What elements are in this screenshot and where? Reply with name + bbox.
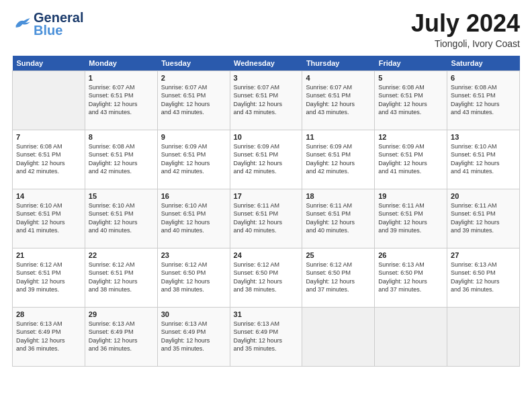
day-cell: 26Sunrise: 6:13 AM Sunset: 6:50 PM Dayli… [375,248,447,307]
day-info: Sunrise: 6:10 AM Sunset: 6:51 PM Dayligh… [16,201,81,235]
day-info: Sunrise: 6:08 AM Sunset: 6:51 PM Dayligh… [16,142,81,176]
day-info: Sunrise: 6:09 AM Sunset: 6:51 PM Dayligh… [234,142,299,176]
day-info: Sunrise: 6:12 AM Sunset: 6:50 PM Dayligh… [161,261,226,294]
day-info: Sunrise: 6:13 AM Sunset: 6:50 PM Dayligh… [451,261,516,294]
day-info: Sunrise: 6:13 AM Sunset: 6:49 PM Dayligh… [89,320,154,353]
day-number: 11 [306,133,371,141]
week-row-3: 14Sunrise: 6:10 AM Sunset: 6:51 PM Dayli… [13,189,520,248]
day-cell: 27Sunrise: 6:13 AM Sunset: 6:50 PM Dayli… [447,248,520,307]
day-info: Sunrise: 6:07 AM Sunset: 6:51 PM Dayligh… [306,83,371,117]
weekday-header-row: SundayMondayTuesdayWednesdayThursdayFrid… [13,56,520,71]
day-info: Sunrise: 6:09 AM Sunset: 6:51 PM Dayligh… [378,142,443,176]
header: General Blue July 2024 Tiongoli, Ivory C… [12,10,520,49]
day-cell: 10Sunrise: 6:09 AM Sunset: 6:51 PM Dayli… [230,130,302,189]
day-number: 24 [234,251,299,259]
day-number: 17 [234,192,299,200]
weekday-header-saturday: Saturday [447,56,520,71]
day-info: Sunrise: 6:07 AM Sunset: 6:51 PM Dayligh… [234,83,299,117]
day-cell: 18Sunrise: 6:11 AM Sunset: 6:51 PM Dayli… [302,189,375,248]
day-number: 7 [16,133,81,141]
page: General Blue July 2024 Tiongoli, Ivory C… [0,0,532,411]
day-info: Sunrise: 6:10 AM Sunset: 6:51 PM Dayligh… [89,201,154,235]
day-number: 13 [451,133,516,141]
day-info: Sunrise: 6:13 AM Sunset: 6:49 PM Dayligh… [16,320,81,353]
day-cell [302,307,375,366]
day-cell: 5Sunrise: 6:08 AM Sunset: 6:51 PM Daylig… [375,71,447,130]
day-info: Sunrise: 6:07 AM Sunset: 6:51 PM Dayligh… [161,83,226,117]
day-cell: 2Sunrise: 6:07 AM Sunset: 6:51 PM Daylig… [157,71,230,130]
day-number: 30 [161,310,226,318]
day-number: 6 [451,74,516,82]
day-cell: 28Sunrise: 6:13 AM Sunset: 6:49 PM Dayli… [13,307,85,366]
day-info: Sunrise: 6:11 AM Sunset: 6:51 PM Dayligh… [234,201,299,235]
day-cell: 14Sunrise: 6:10 AM Sunset: 6:51 PM Dayli… [13,189,85,248]
day-number: 9 [161,133,226,141]
day-cell: 21Sunrise: 6:12 AM Sunset: 6:51 PM Dayli… [13,248,85,307]
day-cell: 24Sunrise: 6:12 AM Sunset: 6:50 PM Dayli… [230,248,302,307]
day-number: 8 [89,133,154,141]
day-info: Sunrise: 6:11 AM Sunset: 6:51 PM Dayligh… [378,201,443,235]
weekday-header-tuesday: Tuesday [157,56,230,71]
logo-bird-icon [12,17,31,32]
weekday-header-monday: Monday [85,56,157,71]
day-number: 1 [89,74,154,82]
day-number: 31 [234,310,299,318]
day-number: 20 [451,192,516,200]
day-info: Sunrise: 6:13 AM Sunset: 6:50 PM Dayligh… [378,261,443,294]
week-row-5: 28Sunrise: 6:13 AM Sunset: 6:49 PM Dayli… [13,307,520,366]
calendar-table: SundayMondayTuesdayWednesdayThursdayFrid… [12,56,520,367]
day-cell: 31Sunrise: 6:13 AM Sunset: 6:49 PM Dayli… [230,307,302,366]
day-cell: 6Sunrise: 6:08 AM Sunset: 6:51 PM Daylig… [447,71,520,130]
weekday-header-thursday: Thursday [302,56,375,71]
day-number: 5 [378,74,443,82]
day-number: 2 [161,74,226,82]
day-cell: 11Sunrise: 6:09 AM Sunset: 6:51 PM Dayli… [302,130,375,189]
day-number: 10 [234,133,299,141]
day-info: Sunrise: 6:12 AM Sunset: 6:51 PM Dayligh… [89,261,154,294]
day-cell: 17Sunrise: 6:11 AM Sunset: 6:51 PM Dayli… [230,189,302,248]
day-number: 14 [16,192,81,200]
day-cell: 30Sunrise: 6:13 AM Sunset: 6:49 PM Dayli… [157,307,230,366]
day-number: 3 [234,74,299,82]
day-number: 26 [378,251,443,259]
day-cell: 1Sunrise: 6:07 AM Sunset: 6:51 PM Daylig… [85,71,157,130]
logo: General Blue [12,10,83,38]
day-cell: 13Sunrise: 6:10 AM Sunset: 6:51 PM Dayli… [447,130,520,189]
day-cell: 23Sunrise: 6:12 AM Sunset: 6:50 PM Dayli… [157,248,230,307]
day-info: Sunrise: 6:12 AM Sunset: 6:50 PM Dayligh… [306,261,371,294]
weekday-header-wednesday: Wednesday [230,56,302,71]
day-info: Sunrise: 6:12 AM Sunset: 6:50 PM Dayligh… [234,261,299,294]
day-number: 4 [306,74,371,82]
day-info: Sunrise: 6:10 AM Sunset: 6:51 PM Dayligh… [161,201,226,235]
day-number: 27 [451,251,516,259]
week-row-1: 1Sunrise: 6:07 AM Sunset: 6:51 PM Daylig… [13,71,520,130]
day-cell: 22Sunrise: 6:12 AM Sunset: 6:51 PM Dayli… [85,248,157,307]
day-number: 18 [306,192,371,200]
day-number: 22 [89,251,154,259]
day-info: Sunrise: 6:09 AM Sunset: 6:51 PM Dayligh… [306,142,371,176]
day-cell: 12Sunrise: 6:09 AM Sunset: 6:51 PM Dayli… [375,130,447,189]
day-cell: 29Sunrise: 6:13 AM Sunset: 6:49 PM Dayli… [85,307,157,366]
day-cell: 3Sunrise: 6:07 AM Sunset: 6:51 PM Daylig… [230,71,302,130]
day-number: 29 [89,310,154,318]
day-info: Sunrise: 6:12 AM Sunset: 6:51 PM Dayligh… [16,261,81,294]
day-info: Sunrise: 6:13 AM Sunset: 6:49 PM Dayligh… [161,320,226,353]
day-cell [447,307,520,366]
day-cell: 9Sunrise: 6:09 AM Sunset: 6:51 PM Daylig… [157,130,230,189]
weekday-header-friday: Friday [375,56,447,71]
day-number: 25 [306,251,371,259]
day-cell: 7Sunrise: 6:08 AM Sunset: 6:51 PM Daylig… [13,130,85,189]
day-number: 12 [378,133,443,141]
day-number: 19 [378,192,443,200]
month-title: July 2024 [411,10,520,37]
day-info: Sunrise: 6:10 AM Sunset: 6:51 PM Dayligh… [451,142,516,176]
day-cell [13,71,85,130]
day-info: Sunrise: 6:07 AM Sunset: 6:51 PM Dayligh… [89,83,154,117]
day-cell: 19Sunrise: 6:11 AM Sunset: 6:51 PM Dayli… [375,189,447,248]
day-info: Sunrise: 6:08 AM Sunset: 6:51 PM Dayligh… [451,83,516,117]
day-cell: 20Sunrise: 6:11 AM Sunset: 6:51 PM Dayli… [447,189,520,248]
day-number: 16 [161,192,226,200]
day-info: Sunrise: 6:11 AM Sunset: 6:51 PM Dayligh… [451,201,516,235]
day-info: Sunrise: 6:08 AM Sunset: 6:51 PM Dayligh… [89,142,154,176]
title-area: July 2024 Tiongoli, Ivory Coast [411,10,520,49]
